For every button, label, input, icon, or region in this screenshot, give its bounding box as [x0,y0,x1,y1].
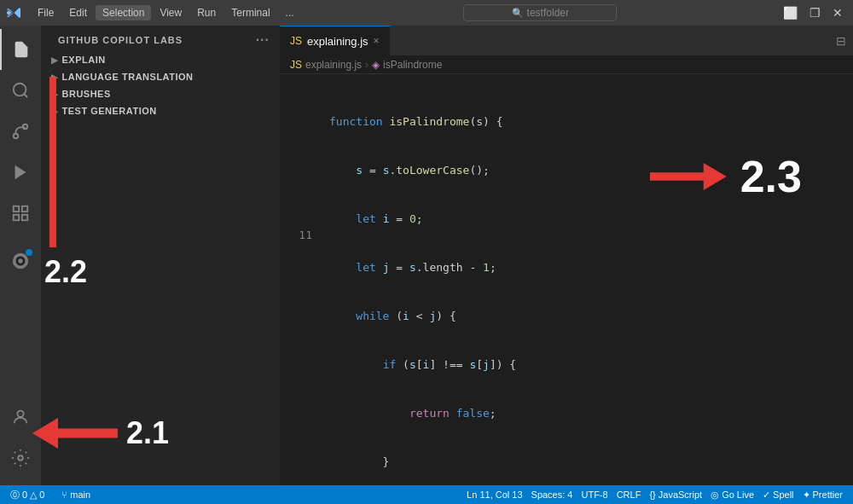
activity-extensions[interactable] [0,193,41,234]
code-line: } [322,454,853,470]
svg-line-1 [24,94,27,97]
breadcrumb-function[interactable]: isPalindrome [383,59,442,71]
tab-close-icon[interactable]: × [374,35,380,47]
activity-copilot[interactable] [0,240,41,281]
code-line: s = s.toLowerCase(); [322,162,853,178]
encoding-text: UTF-8 [581,490,607,500]
activity-account[interactable] [0,397,41,437]
spell-text: Spell [773,490,793,500]
prettier-text: Prettier [813,490,843,500]
sidebar-testgen-label: TEST GENERATION [62,106,157,116]
menu-more[interactable]: ... [279,5,301,20]
activity-search[interactable] [0,70,41,111]
status-spell[interactable]: ✓ Spell [759,490,797,501]
code-content[interactable]: function isPalindrome(s) { s = s.toLower… [322,74,853,485]
go-live-text: Go Live [722,490,754,500]
activity-explorer[interactable] [0,29,41,70]
minimize-icon[interactable]: ⬜ [780,6,801,20]
sidebar-language-label: LANGUAGE TRANSLATION [62,72,194,82]
sidebar-more-icon[interactable]: ··· [256,32,270,48]
code-line: return false; [322,405,853,421]
titlebar: File Edit Selection View Run Terminal ..… [0,0,853,26]
error-icon: ⓪ [10,489,20,501]
status-bar: ⓪ 0 △ 0 ⑂ main Ln 11, Col 13 Spaces: 4 U… [0,485,853,504]
error-count: 0 [22,490,27,500]
svg-point-0 [14,84,26,96]
sidebar-section-explain[interactable]: ▶ EXPLAIN [41,51,280,68]
menu-terminal[interactable]: Terminal [224,5,276,20]
activity-source-control[interactable] [0,111,41,152]
activity-settings[interactable] [0,437,41,478]
menu-file[interactable]: File [31,5,61,20]
maximize-icon[interactable]: ❐ [806,6,824,20]
menu-run[interactable]: Run [190,5,223,20]
chevron-right-icon: ▶ [51,107,59,116]
status-language[interactable]: {} JavaScript [646,490,705,500]
spaces-text: Spaces: 4 [531,490,573,500]
svg-rect-6 [22,206,27,211]
go-live-icon: ◎ [711,490,719,501]
editor-layout-icon[interactable]: ⊟ [829,34,853,48]
breadcrumb-filename[interactable]: explaining.js [305,59,362,71]
code-line: let j = s.length - 1; [322,259,853,275]
code-editor[interactable]: 11 function isPalindrome(s) { s = s.toLo… [280,74,853,485]
chevron-right-icon: ▶ [51,55,59,65]
line-ending-text: CRLF [617,490,641,500]
chevron-right-icon: ▶ [51,90,59,99]
svg-point-12 [17,411,23,417]
code-line: while (i < j) { [322,308,853,324]
branch-name: main [70,490,90,500]
sidebar-section-brushes[interactable]: ▶ BRUSHES [41,85,280,102]
warning-count: 0 [39,490,44,500]
sidebar-brushes-label: BRUSHES [62,89,111,99]
breadcrumb-separator: › [365,59,368,71]
sidebar-section-test-generation[interactable]: ▶ TEST GENERATION [41,102,280,119]
menu-selection[interactable]: Selection [96,5,151,20]
close-icon[interactable]: ✕ [829,6,846,20]
svg-rect-8 [22,215,27,220]
titlebar-search-text[interactable]: testfolder [527,7,569,19]
tab-filename: explaining.js [307,35,368,48]
breadcrumb-icon-fn: ◈ [372,59,380,71]
status-line-ending[interactable]: CRLF [613,490,645,500]
svg-rect-5 [14,206,19,211]
menu-edit[interactable]: Edit [62,5,94,20]
chevron-right-icon: ▶ [51,72,59,82]
status-encoding[interactable]: UTF-8 [577,490,611,500]
sidebar: GITHUB COPILOT LABS ··· ▶ EXPLAIN ▶ LANG… [41,26,280,485]
branch-icon: ⑂ [61,490,67,500]
warning-icon: △ [30,490,37,501]
line-numbers: 11 [280,74,322,485]
breadcrumb-js-icon: JS [290,59,302,71]
sidebar-section-language-translation[interactable]: ▶ LANGUAGE TRANSLATION [41,68,280,85]
tab-js-icon: JS [290,35,302,47]
sidebar-header: GITHUB COPILOT LABS ··· [41,26,280,51]
status-errors[interactable]: ⓪ 0 △ 0 [7,489,48,501]
menu-view[interactable]: View [153,5,189,20]
titlebar-menu: File Edit Selection View Run Terminal ..… [31,5,301,20]
prettier-icon: ✦ [803,490,810,501]
cursor-position-text: Ln 11, Col 13 [467,490,522,500]
svg-marker-4 [15,165,26,180]
status-line-col[interactable]: Ln 11, Col 13 [463,490,525,500]
tab-bar: JS explaining.js × ⊟ [280,26,853,55]
editor-area: JS explaining.js × ⊟ JS explaining.js › … [280,26,853,485]
titlebar-window-icons: ⬜ ❐ ✕ [780,6,846,20]
code-line: if (s[i] !== s[j]) { [322,356,853,373]
activity-bar: 2.2 2.1 [0,26,41,485]
activity-bottom [0,397,41,485]
status-go-live[interactable]: ◎ Go Live [707,490,757,501]
search-icon: 🔍 [512,8,524,19]
svg-rect-7 [14,215,19,220]
activity-run-debug[interactable] [0,152,41,193]
spell-icon: ✓ [763,490,770,501]
svg-point-2 [14,134,19,139]
code-line: function isPalindrome(s) { [322,113,853,130]
status-spaces[interactable]: Spaces: 4 [528,490,577,500]
status-prettier[interactable]: ✦ Prettier [799,490,846,501]
status-branch[interactable]: ⑂ main [58,490,94,500]
svg-point-11 [18,258,23,264]
language-text: {} JavaScript [649,490,702,500]
code-line: let i = 0; [322,211,853,227]
tab-explaining-js[interactable]: JS explaining.js × [280,26,390,55]
